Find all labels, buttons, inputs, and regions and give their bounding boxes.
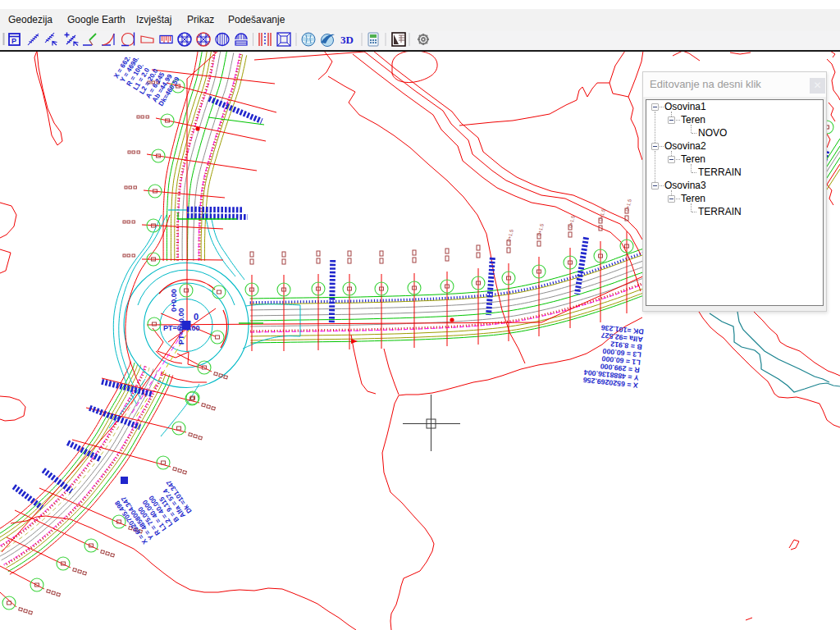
svg-text:P: P [11, 37, 16, 45]
svg-text:3D: 3D [340, 34, 354, 46]
svg-text:0+0.00: 0+0.00 [170, 289, 178, 312]
svg-text:0: 0 [194, 312, 199, 322]
